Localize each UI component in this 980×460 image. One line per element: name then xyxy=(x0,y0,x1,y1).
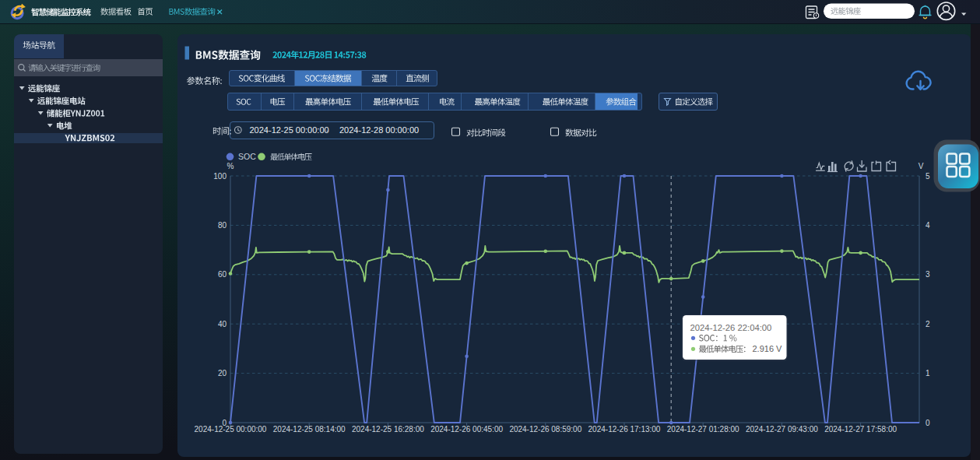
svg-text:2024-12-26 17:13:00: 2024-12-26 17:13:00 xyxy=(588,425,661,434)
svg-text:100: 100 xyxy=(213,172,227,181)
svg-text:2024-12-25 08:14:00: 2024-12-25 08:14:00 xyxy=(273,425,346,434)
svg-text:2024-12-25 00:00:00: 2024-12-25 00:00:00 xyxy=(250,125,329,135)
svg-text:2024-12-26 22:04:00: 2024-12-26 22:04:00 xyxy=(690,323,772,332)
svg-text:%: % xyxy=(227,162,234,170)
svg-text:2.916 V: 2.916 V xyxy=(753,344,783,353)
svg-text:SOC: SOC xyxy=(238,152,256,161)
svg-text:20: 20 xyxy=(218,369,227,377)
svg-text:3: 3 xyxy=(926,270,930,279)
svg-text:2024-12-28 00:00:00: 2024-12-28 00:00:00 xyxy=(339,125,419,135)
svg-text:2024-12-25 16:28:00: 2024-12-25 16:28:00 xyxy=(352,425,424,434)
svg-text:4: 4 xyxy=(926,221,930,230)
svg-text:0: 0 xyxy=(926,419,930,427)
svg-text:40: 40 xyxy=(218,320,227,328)
svg-text:2024-12-26 08:59:00: 2024-12-26 08:59:00 xyxy=(509,425,581,434)
svg-text:2024-12-26 00:45:00: 2024-12-26 00:45:00 xyxy=(430,425,503,434)
svg-text:V: V xyxy=(919,162,924,170)
svg-text:80: 80 xyxy=(218,221,227,230)
svg-text:2024-12-27 01:28:00: 2024-12-27 01:28:00 xyxy=(667,425,739,434)
svg-text:5: 5 xyxy=(926,172,930,181)
svg-text:2024-12-25 00:00:00: 2024-12-25 00:00:00 xyxy=(195,425,267,434)
svg-text:2: 2 xyxy=(926,320,930,328)
svg-text:2024-12-27 17:58:00: 2024-12-27 17:58:00 xyxy=(824,425,897,434)
svg-text:60: 60 xyxy=(218,270,227,279)
svg-text:-: - xyxy=(326,125,329,135)
svg-text:2024-12-27 09:43:00: 2024-12-27 09:43:00 xyxy=(746,425,818,434)
svg-text:1: 1 xyxy=(926,369,930,377)
